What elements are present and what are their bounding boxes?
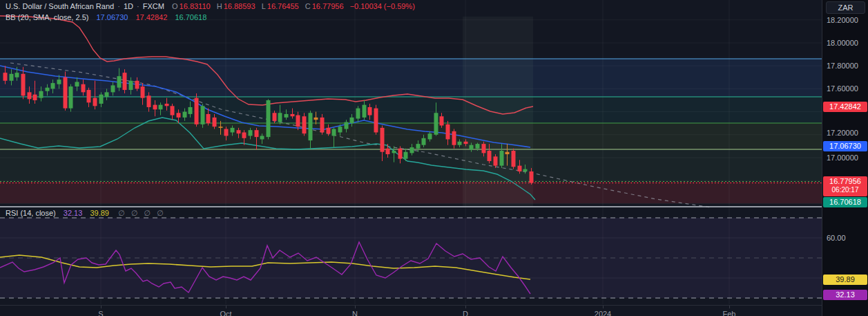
price-tick: 17.00000 — [827, 154, 858, 162]
trading-chart-window: U.S. Dollar / South African Rand · 1D · … — [0, 0, 868, 316]
time-tick — [101, 306, 102, 308]
time-tick — [603, 306, 604, 308]
price-tick: 18.20000 — [827, 16, 858, 24]
timeframe[interactable]: 1D — [124, 2, 133, 10]
exchange: FXCM — [143, 2, 164, 10]
last-price-badge: 16.77956 06:20:17 — [823, 176, 867, 196]
price-tick: 17.60000 — [827, 84, 858, 93]
separator: · — [137, 2, 139, 10]
time-label-dec: D — [463, 310, 468, 316]
close-label: C — [305, 2, 311, 10]
pane-resize-handle[interactable] — [0, 206, 822, 207]
open-label: O — [172, 2, 178, 10]
price-tick: 17.20000 — [827, 129, 858, 137]
bb-basis-badge: 17.06730 — [823, 141, 867, 151]
bb-lower-badge: 16.70618 — [823, 197, 867, 207]
high-label: H — [217, 2, 222, 10]
rsi-ma-badge: 39.89 — [823, 275, 867, 285]
rsi-value: 32.13 — [64, 209, 83, 217]
low-label: L — [262, 2, 266, 10]
change-value: −0.10034 (−0.59%) — [350, 2, 415, 10]
bb-label[interactable]: BB (20, SMA, close, 2.5) — [6, 13, 88, 21]
bb-indicator-legend[interactable]: BB (20, SMA, close, 2.5) 17.06730 17.428… — [6, 13, 208, 21]
time-label-oct: Oct — [220, 310, 231, 316]
currency-toggle-button[interactable]: ZAR — [826, 1, 865, 14]
rsi-label[interactable]: RSI (14, close) — [6, 209, 56, 217]
price-chart-canvas[interactable] — [0, 0, 822, 316]
time-label-sep: S — [98, 310, 103, 316]
bb-lower-value: 16.70618 — [175, 13, 206, 21]
bar-countdown: 06:20:17 — [823, 186, 867, 194]
last-price-value: 16.77956 — [829, 177, 861, 185]
close-value: 16.77956 — [312, 2, 344, 10]
rsi-badge: 32.13 — [823, 290, 867, 300]
time-tick — [355, 306, 356, 308]
bb-basis-value: 17.06730 — [97, 13, 128, 21]
price-axis[interactable]: ZAR 18.20000 18.00000 17.80000 17.60000 … — [822, 0, 868, 316]
rsi-empty-values: ∅ ∅ ∅ ∅ — [118, 209, 166, 217]
rsi-tick: 60.00 — [827, 234, 846, 242]
symbol-legend[interactable]: U.S. Dollar / South African Rand · 1D · … — [6, 2, 416, 10]
price-tick: 18.00000 — [827, 39, 858, 47]
time-tick — [226, 306, 226, 308]
time-label-2024: 2024 — [595, 310, 611, 316]
time-tick — [729, 306, 730, 308]
separator: · — [117, 2, 120, 10]
bb-upper-badge: 17.42842 — [823, 102, 867, 112]
bb-upper-value: 17.42842 — [135, 13, 167, 21]
time-label-nov: N — [352, 310, 358, 316]
rsi-indicator-legend[interactable]: RSI (14, close) 32.13 39.89 ∅ ∅ ∅ ∅ — [6, 209, 167, 218]
rsi-ma-value: 39.89 — [90, 209, 109, 217]
symbol-name[interactable]: U.S. Dollar / South African Rand — [6, 2, 114, 10]
high-value: 16.88593 — [224, 2, 255, 10]
open-value: 16.83110 — [180, 2, 211, 10]
price-tick: 17.80000 — [827, 62, 858, 70]
low-value: 16.76455 — [267, 2, 299, 10]
time-axis[interactable]: S Oct N D 2024 Feb — [0, 305, 822, 316]
time-tick — [465, 306, 466, 308]
time-label-feb: Feb — [723, 310, 736, 316]
